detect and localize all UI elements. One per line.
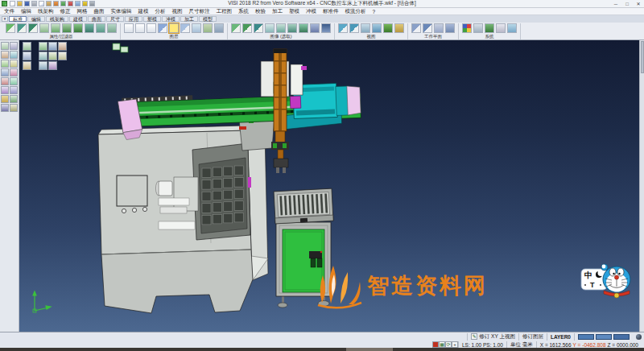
menu-view[interactable]: 视图	[172, 8, 183, 15]
tab-standard[interactable]: 标准	[9, 16, 27, 22]
dock-hide-icon[interactable]	[10, 95, 18, 103]
select-box-icon[interactable]	[254, 23, 263, 33]
palette-front-view-icon[interactable]	[48, 42, 57, 51]
layer-move-icon[interactable]	[180, 23, 190, 33]
attribute-color-icon[interactable]	[6, 23, 15, 33]
menu-solid-edit[interactable]: 实体编辑	[111, 8, 132, 15]
menu-machining[interactable]: 加工	[272, 8, 283, 15]
menu-flow-analysis[interactable]: 模流分析	[345, 8, 366, 15]
palette-zoom-fit-icon[interactable]	[39, 61, 47, 70]
menu-file[interactable]: 文件	[4, 8, 14, 15]
tab-mold[interactable]: 塑模	[143, 16, 161, 22]
swatch-blue-3[interactable]	[613, 334, 630, 340]
view-zoom-all-icon[interactable]	[338, 23, 348, 33]
palette-rotate-view-icon[interactable]	[48, 61, 57, 70]
print-icon[interactable]	[31, 1, 37, 6]
copy-icon[interactable]	[39, 1, 44, 6]
dock-mirror-icon[interactable]	[1, 60, 9, 68]
delete-icon[interactable]	[68, 1, 73, 6]
menu-mold[interactable]: 塑模	[289, 8, 299, 15]
dock-attrs-icon[interactable]	[10, 86, 18, 94]
menu-die[interactable]: 冲模	[306, 8, 316, 15]
dock-render-icon[interactable]	[1, 95, 9, 103]
dock-delete-icon[interactable]	[1, 77, 9, 85]
tab-surface[interactable]: 曲面	[88, 16, 105, 22]
system-colors-icon[interactable]	[462, 23, 472, 33]
menu-mesh[interactable]: 网格	[77, 8, 88, 15]
system-window-icon[interactable]	[496, 23, 506, 33]
dock-layer-icon[interactable]	[1, 86, 9, 94]
tab-wireframe[interactable]: 线架构	[46, 16, 68, 22]
tab-dimension[interactable]: 尺寸	[106, 16, 124, 22]
tab-application[interactable]: 应用	[125, 16, 142, 22]
save-icon[interactable]	[24, 1, 30, 6]
edit-layer-button[interactable]: 修订图层	[518, 333, 547, 341]
palette-shaded-icon[interactable]	[48, 52, 57, 60]
minimize-button[interactable]: ─	[612, 1, 620, 7]
select-poly-icon[interactable]	[265, 23, 275, 33]
menu-edit[interactable]: 编辑	[21, 8, 31, 15]
select-color-icon[interactable]	[276, 23, 286, 33]
attribute-linetype-icon[interactable]	[17, 23, 27, 33]
workplane-align-icon[interactable]	[423, 23, 432, 33]
view-shade-icon[interactable]	[394, 23, 404, 33]
paste-icon[interactable]	[46, 1, 52, 6]
system-options-icon[interactable]	[485, 23, 494, 33]
crosshair-icon[interactable]: +	[452, 341, 458, 348]
workplane-reset-icon[interactable]	[434, 23, 444, 33]
filter-surface-icon[interactable]	[62, 23, 72, 33]
layer-list-icon[interactable]	[135, 23, 145, 33]
dock-rotate-icon[interactable]	[1, 68, 9, 76]
view-indicator-icons[interactable]	[113, 43, 128, 52]
palette-select-icon[interactable]	[23, 42, 31, 51]
palette-top-view-icon[interactable]	[39, 42, 47, 51]
filter-point-icon[interactable]	[39, 23, 49, 33]
layer-settings-icon[interactable]	[214, 23, 224, 33]
close-button[interactable]: ✕	[634, 1, 642, 7]
select-invert-icon[interactable]	[287, 23, 297, 33]
redo-icon[interactable]	[60, 1, 66, 6]
menu-verify[interactable]: 校验	[255, 8, 266, 15]
select-all-icon[interactable]	[299, 23, 308, 33]
layer-merge-icon[interactable]	[203, 23, 213, 33]
palette-grid-icon[interactable]	[23, 61, 31, 70]
menu-modify[interactable]: 修正	[60, 8, 71, 15]
system-display-icon[interactable]	[473, 23, 483, 33]
filter-solid-icon[interactable]	[73, 23, 83, 33]
select-none-icon[interactable]	[310, 23, 320, 33]
tab-die[interactable]: 冲模	[162, 16, 180, 22]
menu-drawing[interactable]: 工程图	[217, 8, 233, 15]
dock-sketch-icon[interactable]	[1, 42, 9, 50]
undo-icon[interactable]	[53, 1, 59, 6]
attribute-lineweight-icon[interactable]	[28, 23, 38, 33]
ime-language-label[interactable]: 中	[584, 270, 592, 279]
swatch-blue-1[interactable]	[578, 334, 594, 340]
settings-icon[interactable]	[89, 1, 95, 6]
menu-surface[interactable]: 曲面	[94, 8, 105, 15]
menu-analysis[interactable]: 分析	[155, 8, 166, 15]
maximize-button[interactable]: □	[623, 1, 631, 7]
tab-model[interactable]: 模型	[199, 16, 217, 22]
cnc-lathe-model[interactable]	[98, 126, 268, 313]
dock-measure-icon[interactable]	[10, 77, 18, 85]
new-file-icon[interactable]	[10, 1, 15, 6]
dock-isolate-icon[interactable]	[1, 104, 9, 112]
dock-move-icon[interactable]	[10, 60, 18, 68]
menu-standard-parts[interactable]: 标准件	[323, 8, 339, 15]
workplane-rotate-icon[interactable]	[445, 23, 455, 33]
active-layer-name[interactable]: LAYER0	[547, 333, 574, 341]
filter-curve-icon[interactable]	[51, 23, 60, 33]
select-single-icon[interactable]	[231, 23, 241, 33]
palette-wire-icon[interactable]	[58, 52, 67, 60]
dock-offset-icon[interactable]	[10, 51, 18, 59]
palette-side-view-icon[interactable]	[58, 42, 67, 51]
ime-tool-icon[interactable]: T	[590, 281, 595, 289]
lightning-icon[interactable]	[82, 1, 88, 6]
scrollbar-thumb[interactable]	[641, 41, 644, 73]
dock-scale-icon[interactable]	[10, 68, 18, 76]
open-folder-icon[interactable]	[17, 1, 23, 6]
menu-wireframe[interactable]: 线架构	[38, 8, 54, 15]
select-chain-icon[interactable]	[242, 23, 252, 33]
view-rotate-icon[interactable]	[372, 23, 382, 33]
view-pan-icon[interactable]	[361, 23, 370, 33]
